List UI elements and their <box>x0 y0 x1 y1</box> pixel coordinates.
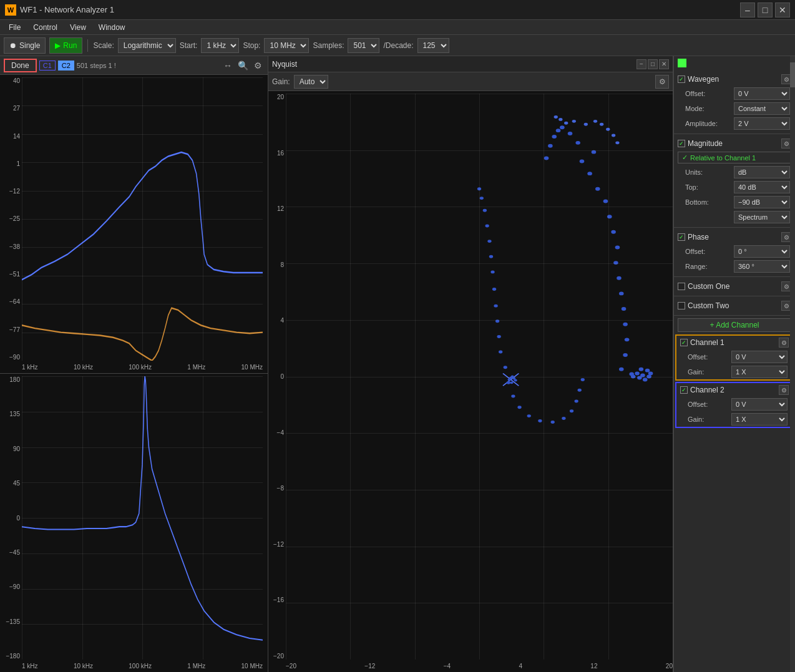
start-label: Start: <box>180 41 198 50</box>
svg-point-32 <box>552 135 557 139</box>
magnitude-top-select[interactable]: 40 dB <box>734 181 790 193</box>
ny-9: −16 <box>273 597 284 603</box>
single-button[interactable]: ⏺ Single <box>4 37 46 54</box>
magnitude-plot: Magnitude dB <box>22 77 263 361</box>
magnitude-top-row: Top: 40 dB <box>674 180 795 195</box>
svg-point-41 <box>490 270 494 273</box>
done-button[interactable]: Done <box>4 59 37 72</box>
ny-1: 16 <box>277 150 284 157</box>
nyquist-chart[interactable]: 20 16 12 8 4 0 −4 −8 −12 −16 −20 <box>268 91 673 672</box>
svg-point-49 <box>511 395 515 398</box>
channel1-badge[interactable]: C1 <box>39 61 56 71</box>
svg-point-12 <box>617 276 622 280</box>
settings-icon[interactable]: ⚙ <box>251 59 264 72</box>
menu-view[interactable]: View <box>64 22 92 33</box>
magnitude-section: ✓ Magnitude ⚙ ✓ Relative to Channel 1 Un… <box>674 134 795 228</box>
y-label-6: −38 <box>9 243 20 250</box>
svg-point-56 <box>574 399 578 402</box>
channel1-gain-select[interactable]: 1 X <box>731 366 788 378</box>
px-2: 100 kHz <box>129 663 152 670</box>
svg-point-64 <box>593 120 597 123</box>
ny-6: −4 <box>277 429 284 436</box>
phase-offset-select[interactable]: 0 ° <box>734 245 790 258</box>
channel2-gear[interactable]: ⚙ <box>779 385 789 395</box>
channel1-checkbox[interactable]: ✓ <box>680 339 688 346</box>
nyquist-minimize[interactable]: − <box>636 59 646 69</box>
channel1-offset-select[interactable]: 0 V <box>731 351 788 363</box>
magnitude-bottom-select[interactable]: −90 dB <box>734 196 790 208</box>
zoom-icon[interactable]: 🔍 <box>237 59 249 72</box>
menu-file[interactable]: File <box>2 22 27 33</box>
nyquist-gear[interactable]: ⚙ <box>655 75 669 89</box>
svg-point-6 <box>595 187 600 191</box>
wavegen-amplitude-select[interactable]: 2 V <box>734 117 790 130</box>
scale-select[interactable]: Logarithmic <box>118 38 176 53</box>
phase-plot: Phase <box>22 376 263 660</box>
channel1-gain-label: Gain: <box>688 368 704 376</box>
close-button[interactable]: ✕ <box>775 2 790 17</box>
phase-checkbox[interactable]: ✓ <box>678 233 685 241</box>
samples-select[interactable]: 501 <box>348 38 379 53</box>
magnitude-y-axis: 40 27 14 1 −12 −25 −38 −51 −64 −77 −90 <box>0 75 22 361</box>
app-title: WF1 - Network Analyzer 1 <box>20 5 114 14</box>
phase-range-select[interactable]: 360 ° <box>734 260 790 273</box>
py-3: 45 <box>13 480 20 487</box>
svg-point-65 <box>600 123 603 126</box>
menu-control[interactable]: Control <box>27 22 64 33</box>
add-channel-button[interactable]: + Add Channel <box>678 318 791 332</box>
scrollbar-thumb[interactable] <box>790 62 795 87</box>
phase-title: ✓ Phase <box>678 233 709 241</box>
menu-window[interactable]: Window <box>92 22 132 33</box>
magnitude-title: ✓ Magnitude <box>678 139 723 148</box>
nyquist-title: Nyquist <box>272 60 297 69</box>
svg-point-61 <box>564 122 568 125</box>
svg-point-34 <box>544 157 549 160</box>
fit-icon[interactable]: ↔ <box>222 59 234 72</box>
channel2-checkbox[interactable]: ✓ <box>680 386 688 394</box>
nx-1: −12 <box>364 663 375 670</box>
right-scrollbar[interactable] <box>790 56 795 672</box>
wavegen-offset-select[interactable]: 0 V <box>734 87 790 100</box>
svg-point-40 <box>489 255 493 258</box>
svg-point-26 <box>648 372 653 376</box>
svg-point-55 <box>570 409 573 412</box>
wavegen-offset-row: Offset: 0 V <box>674 86 795 101</box>
gain-select[interactable]: Auto <box>294 75 328 89</box>
channel1-gear[interactable]: ⚙ <box>779 338 789 348</box>
nyquist-close[interactable]: ✕ <box>659 59 669 69</box>
magnitude-chart[interactable]: 40 27 14 1 −12 −25 −38 −51 −64 −77 −90 <box>0 75 268 374</box>
svg-point-22 <box>635 372 640 376</box>
nyquist-maximize[interactable]: □ <box>648 59 658 69</box>
y-label-8: −64 <box>9 298 20 305</box>
magnitude-spectrum-select[interactable]: Spectrum <box>734 211 790 223</box>
phase-chart[interactable]: 180 135 90 45 0 −45 −90 −135 −180 <box>0 374 268 672</box>
custom-one-checkbox[interactable] <box>678 283 685 290</box>
wavegen-offset-label: Offset: <box>685 90 705 97</box>
svg-point-2 <box>575 141 580 145</box>
channel2-offset-select[interactable]: 0 V <box>731 398 788 411</box>
svg-point-23 <box>629 373 634 376</box>
relative-check-icon: ✓ <box>682 153 688 162</box>
y-label-1: 27 <box>13 105 20 112</box>
stop-select[interactable]: 10 MHz <box>264 38 309 53</box>
magnitude-units-select[interactable]: dB <box>734 166 790 178</box>
svg-point-42 <box>492 288 496 291</box>
svg-point-47 <box>504 366 507 369</box>
magnitude-checkbox[interactable]: ✓ <box>678 140 685 147</box>
phase-range-row: Range: 360 ° <box>674 259 795 274</box>
x-label-2: 100 kHz <box>129 364 152 371</box>
nyquist-toolbar: Gain: Auto ⚙ <box>268 72 673 91</box>
minimize-button[interactable]: – <box>740 2 755 17</box>
wavegen-mode-select[interactable]: Constant <box>734 102 790 115</box>
channel2-gain-select[interactable]: 1 X <box>731 413 788 426</box>
decade-select[interactable]: 125 <box>417 38 449 53</box>
custom-two-checkbox[interactable] <box>678 302 685 309</box>
run-button[interactable]: ▶ Run <box>49 37 82 54</box>
channel2-badge[interactable]: C2 <box>58 61 74 71</box>
toolbar: ⏺ Single ▶ Run Scale: Logarithmic Start:… <box>0 35 795 56</box>
run-icon: ▶ <box>55 41 61 50</box>
wavegen-checkbox[interactable]: ✓ <box>678 75 685 83</box>
start-select[interactable]: 1 kHz <box>201 38 239 53</box>
maximize-button[interactable]: □ <box>758 2 773 17</box>
nyquist-plot <box>286 94 673 660</box>
